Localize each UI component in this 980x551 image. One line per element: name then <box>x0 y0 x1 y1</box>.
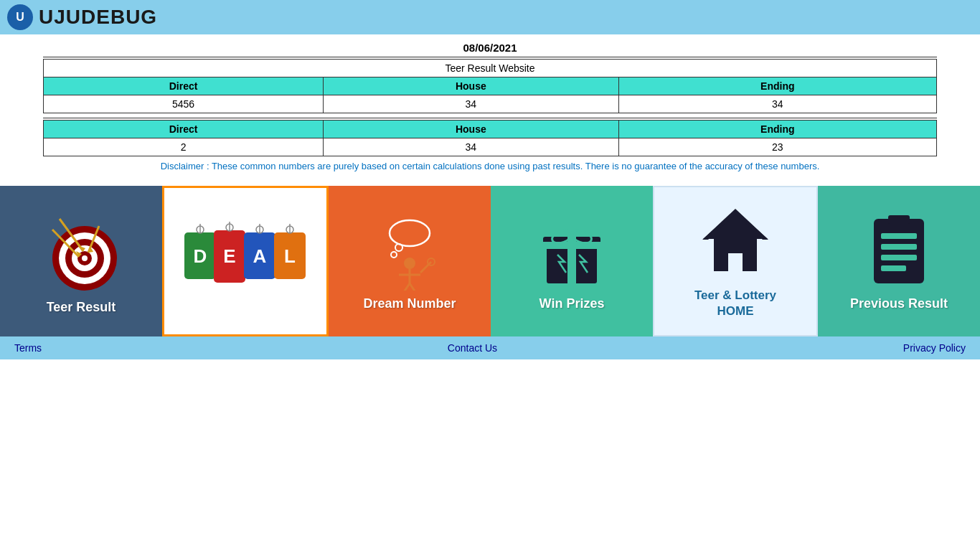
main-content: 08/06/2021 Teer Result Website Direct Ho… <box>0 34 980 186</box>
home-icon <box>699 203 771 282</box>
svg-marker-45 <box>703 210 768 271</box>
col-ending-1: Ending <box>618 77 936 95</box>
teer-result-label: Teer Result <box>47 300 116 315</box>
table-title: Teer Result Website <box>44 60 937 77</box>
svg-point-5 <box>82 255 88 261</box>
deal-tags-icon: D E A L <box>174 218 317 304</box>
svg-point-28 <box>390 220 430 246</box>
svg-rect-51 <box>881 265 906 271</box>
site-title: UJUDEBUG <box>39 6 157 29</box>
dream-number-icon <box>374 212 446 291</box>
disclaimer-text: Disclaimer : These common numbers are pu… <box>43 161 937 171</box>
svg-line-35 <box>410 283 417 291</box>
teer-home-label: Teer & LotteryHOME <box>694 288 776 319</box>
svg-text:L: L <box>284 245 296 267</box>
banner-deal[interactable]: D E A L <box>162 186 329 336</box>
val-direct-2: 2 <box>44 138 324 156</box>
svg-rect-41 <box>543 242 600 249</box>
result-date: 08/06/2021 <box>43 42 937 54</box>
col-house-1: House <box>324 77 618 95</box>
svg-text:E: E <box>223 245 235 267</box>
svg-point-44 <box>568 233 575 240</box>
banner-teer-result[interactable]: Teer Result <box>0 186 162 336</box>
win-prizes-label: Win Prizes <box>540 296 605 311</box>
val-direct-1: 5456 <box>44 95 324 113</box>
svg-line-34 <box>402 283 410 291</box>
previous-result-icon <box>867 212 931 291</box>
svg-point-30 <box>391 252 397 258</box>
result-table-2: Direct House Ending 2 34 23 <box>43 120 937 156</box>
svg-rect-50 <box>881 255 917 260</box>
svg-text:D: D <box>194 245 207 267</box>
banner-win-prizes[interactable]: Win Prizes <box>491 186 653 336</box>
svg-point-31 <box>404 258 415 269</box>
svg-rect-49 <box>881 244 917 250</box>
svg-text:A: A <box>253 245 267 267</box>
val-ending-2: 23 <box>618 138 936 156</box>
footer: Terms Contact Us Privacy Policy <box>0 336 980 359</box>
col-direct-1: Direct <box>44 77 324 95</box>
val-ending-1: 34 <box>618 95 936 113</box>
banner-teer-home[interactable]: Teer & LotteryHOME <box>653 186 818 336</box>
val-house-2: 34 <box>324 138 618 156</box>
svg-rect-52 <box>888 215 910 224</box>
dream-number-label: Dream Number <box>363 296 456 311</box>
footer-contact-link[interactable]: Contact Us <box>448 342 497 354</box>
banner-dream-number[interactable]: Dream Number <box>329 186 491 336</box>
svg-rect-48 <box>881 233 917 239</box>
footer-privacy-link[interactable]: Privacy Policy <box>903 342 966 354</box>
col-house-2: House <box>324 121 618 138</box>
site-header: U UJUDEBUG <box>0 0 980 34</box>
svg-line-36 <box>420 262 431 273</box>
banner-row: Teer Result D E A L <box>0 186 980 336</box>
gift-box-icon <box>536 212 608 291</box>
svg-rect-47 <box>874 219 924 283</box>
col-direct-2: Direct <box>44 121 324 138</box>
col-ending-2: Ending <box>618 121 936 138</box>
val-house-1: 34 <box>324 95 618 113</box>
previous-result-label: Previous Result <box>850 296 948 311</box>
logo-icon: U <box>7 4 33 30</box>
banner-previous-result[interactable]: Previous Result <box>818 186 980 336</box>
footer-terms-link[interactable]: Terms <box>14 342 42 354</box>
dartboard-icon <box>42 208 121 294</box>
result-table-1: Teer Result Website Direct House Ending … <box>43 59 937 113</box>
